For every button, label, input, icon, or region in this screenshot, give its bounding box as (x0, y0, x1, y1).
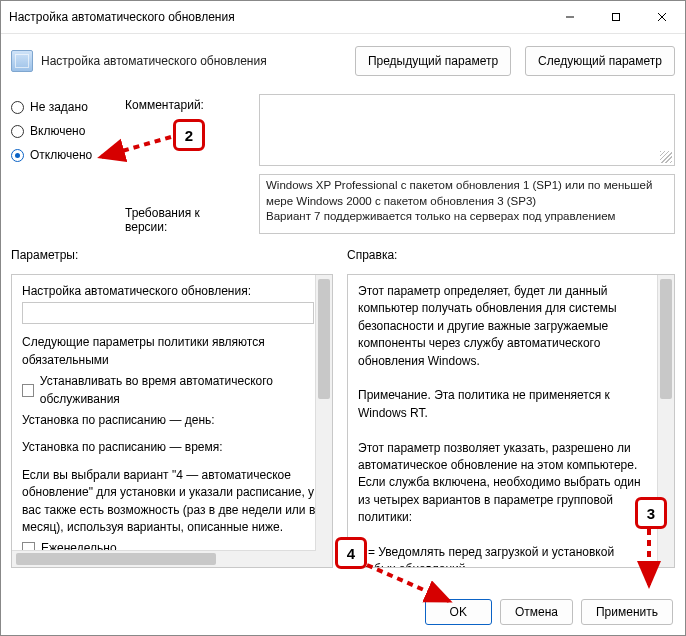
chk-install-maintenance-label: Устанавливать во время автоматического о… (40, 373, 322, 408)
pane-labels: Параметры: Справка: (1, 248, 685, 266)
help-text: Этот параметр определяет, будет ли данны… (358, 283, 664, 568)
update-mode-select[interactable] (22, 302, 314, 324)
radio-not-configured-label: Не задано (30, 100, 88, 114)
svg-line-6 (367, 565, 449, 601)
requirements-label: Требования к версии: (125, 206, 245, 234)
state-section: Не задано Включено Отключено Комментарий… (1, 88, 685, 248)
help-pane: Этот параметр определяет, будет ли данны… (347, 274, 675, 568)
state-radios: Не задано Включено Отключено (11, 94, 111, 234)
panes: Настройка автоматического обновления: Сл… (1, 266, 685, 568)
cancel-button[interactable]: Отмена (500, 599, 573, 625)
help-vscroll[interactable] (657, 275, 674, 567)
radio-disabled-label: Отключено (30, 148, 92, 162)
prev-setting-button[interactable]: Предыдущий параметр (355, 46, 511, 76)
ok-button[interactable]: OK (425, 599, 492, 625)
apply-button[interactable]: Применить (581, 599, 673, 625)
minimize-button[interactable] (547, 1, 593, 33)
window-title: Настройка автоматического обновления (9, 10, 547, 24)
params-vscroll[interactable] (315, 275, 332, 567)
svg-rect-1 (613, 14, 620, 21)
resize-grip-icon (660, 151, 672, 163)
params-heading: Настройка автоматического обновления: (22, 283, 322, 300)
params-label: Параметры: (11, 248, 333, 262)
next-setting-button[interactable]: Следующий параметр (525, 46, 675, 76)
comment-label: Комментарий: (125, 98, 245, 112)
close-button[interactable] (639, 1, 685, 33)
chk-install-maintenance[interactable]: Устанавливать во время автоматического о… (22, 373, 322, 408)
schedule-day-label: Установка по расписанию — день: (22, 412, 322, 429)
params-hscroll[interactable] (12, 550, 316, 567)
header-caption: Настройка автоматического обновления (41, 54, 341, 68)
titlebar: Настройка автоматического обновления (1, 1, 685, 34)
maximize-button[interactable] (593, 1, 639, 33)
schedule-time-label: Установка по расписанию — время: (22, 439, 322, 456)
radio-enabled[interactable]: Включено (11, 124, 111, 138)
radio-disabled[interactable]: Отключено (11, 148, 111, 162)
radio-enabled-label: Включено (30, 124, 85, 138)
policy-icon (11, 50, 33, 72)
help-label: Справка: (347, 248, 675, 262)
dialog-window: Настройка автоматического обновления Нас… (0, 0, 686, 636)
requirements-text: Windows XP Professional с пакетом обновл… (259, 174, 675, 234)
variant4-note: Если вы выбрали вариант "4 — автоматичес… (22, 467, 322, 537)
header-row: Настройка автоматического обновления Пре… (1, 34, 685, 88)
radio-not-configured[interactable]: Не задано (11, 100, 111, 114)
mid-labels: Комментарий: Требования к версии: (125, 94, 245, 234)
comment-textarea[interactable] (259, 94, 675, 166)
right-column: Windows XP Professional с пакетом обновл… (259, 94, 675, 234)
parameters-pane: Настройка автоматического обновления: Сл… (11, 274, 333, 568)
footer-buttons: OK Отмена Применить (425, 599, 673, 625)
policy-note: Следующие параметры политики являются об… (22, 334, 322, 369)
